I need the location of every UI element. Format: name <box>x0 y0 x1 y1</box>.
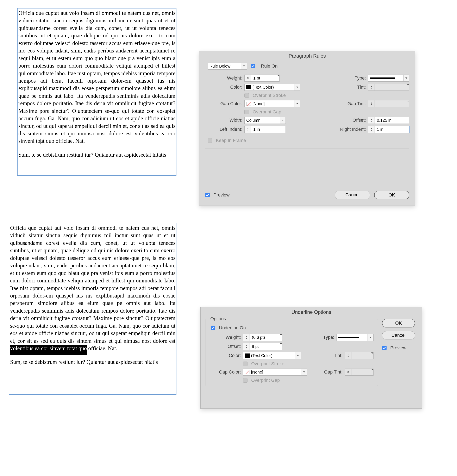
right-indent-value: 1 in <box>375 127 409 132</box>
stepper-arrows-icon <box>368 84 375 91</box>
text-frame-2[interactable]: Officia que cuptat aut volo ipsam di omm… <box>9 223 177 395</box>
rule-on-label: Rule On <box>261 63 278 69</box>
ok-button[interactable]: OK <box>382 319 415 327</box>
underline-on-label: Underline On <box>219 325 246 331</box>
cancel-button[interactable]: Cancel <box>335 191 370 199</box>
right-indent-label: Right Indent: <box>329 127 366 132</box>
stepper-arrows-icon <box>345 369 351 375</box>
chevron-down-icon <box>241 63 247 69</box>
preview-label: Preview <box>390 345 406 351</box>
chevron-down-icon <box>403 75 409 81</box>
offset-stepper[interactable]: 0.125 in <box>368 117 409 124</box>
color-swatch-black <box>246 85 251 89</box>
preview-label: Preview <box>213 192 229 198</box>
chevron-down-icon <box>368 334 373 341</box>
offset-stepper[interactable]: 9 pt <box>243 343 282 350</box>
color-swatch-black <box>245 354 250 358</box>
chevron-down-icon <box>280 117 286 124</box>
stepper-arrows-icon <box>368 100 375 107</box>
paragraph-2[interactable]: Sum, te se debistrum restiunt iur? Quian… <box>18 151 175 158</box>
color-select[interactable]: (Text Color) <box>245 84 300 91</box>
chevron-down-icon <box>371 354 373 357</box>
chevron-down-icon <box>301 369 307 375</box>
chevron-down-icon <box>294 100 300 107</box>
stroke-type-preview <box>338 337 359 338</box>
rule-position-select[interactable]: Rule Below <box>208 63 247 70</box>
gap-tint-stepper <box>368 100 409 107</box>
weight-stepper[interactable]: (0.6 pt) <box>243 334 282 341</box>
weight-value: (0.6 pt) <box>250 335 280 340</box>
gap-color-label: Gap Color: <box>205 101 242 106</box>
type-label: Type: <box>316 335 334 340</box>
paragraph-1[interactable]: Officia que cuptat aut volo ipsam di omm… <box>18 9 175 145</box>
stepper-arrows-icon <box>245 75 251 81</box>
offset-value: 0.125 in <box>375 118 409 123</box>
options-panel: Options Underline On Weight: (0.6 pt) Ty… <box>206 319 378 386</box>
weight-value: 1 pt <box>251 76 277 81</box>
stroke-type-preview <box>370 77 395 79</box>
para-text-tail: at quo officiae. Nat. <box>41 138 85 144</box>
overprint-stroke-label: Overprint Stroke <box>251 361 284 366</box>
tint-stepper[interactable] <box>345 352 373 359</box>
overprint-stroke-label: Overprint Stroke <box>253 93 286 98</box>
color-swatch-none <box>245 370 250 374</box>
width-value: Column <box>246 118 261 123</box>
underline-options-dialog: Underline Options Options Underline On W… <box>200 307 422 409</box>
gap-color-select[interactable]: [None] <box>245 100 300 107</box>
text-frame-1[interactable]: Officia que cuptat aut volo ipsam di omm… <box>17 8 177 176</box>
rule-position-value: Rule Below <box>210 64 230 68</box>
dialog-title: Paragraph Rules <box>199 51 415 63</box>
width-label: Width: <box>205 118 242 123</box>
offset-label: Offset: <box>337 118 366 123</box>
paragraph-2[interactable]: Sum, te se debistrum restiunt iur? Quian… <box>10 358 175 366</box>
paragraph-1[interactable]: Officia que cuptat aut volo ipsam di omm… <box>10 224 175 352</box>
rule-on-checkbox[interactable] <box>251 64 255 68</box>
selected-underlined-text[interactable]: volentibus ea cor sinveni totat quo <box>10 345 87 355</box>
overprint-stroke-checkbox <box>245 93 249 98</box>
keep-in-frame-checkbox <box>208 138 212 143</box>
ok-button[interactable]: OK <box>374 191 409 199</box>
chevron-down-icon <box>371 370 373 374</box>
tint-label: Tint: <box>343 85 366 90</box>
tint-stepper[interactable] <box>368 84 409 91</box>
stepper-arrows-icon <box>243 343 250 350</box>
gap-tint-stepper <box>345 369 373 376</box>
preview-checkbox[interactable] <box>382 346 387 350</box>
underline-on-checkbox[interactable] <box>211 326 215 330</box>
dialog-title: Underline Options <box>201 307 422 319</box>
gap-color-label: Gap Color: <box>210 369 241 375</box>
chevron-down-icon <box>295 352 301 359</box>
chevron-down-icon <box>280 336 282 339</box>
keep-in-frame-label: Keep In Frame <box>216 138 246 143</box>
options-panel-label: Options <box>209 316 228 322</box>
weight-stepper[interactable]: 1 pt <box>245 75 279 82</box>
paragraph-rule-below <box>62 146 132 146</box>
left-indent-stepper[interactable]: 1 in <box>245 126 286 133</box>
gap-tint-label: Gap Tint: <box>318 369 343 375</box>
cancel-button[interactable]: Cancel <box>382 331 415 340</box>
color-value: (Text Color) <box>251 353 272 358</box>
overprint-gap-label: Overprint Gap <box>251 378 280 383</box>
side-button-column: OK Cancel Preview <box>382 319 417 386</box>
type-label: Type: <box>343 76 366 81</box>
type-select[interactable] <box>368 75 409 82</box>
para-text: Officia que cuptat aut volo ipsam di omm… <box>18 10 175 144</box>
right-indent-stepper[interactable]: 1 in <box>368 126 409 133</box>
tint-label: Tint: <box>326 353 343 358</box>
gap-color-select[interactable]: [None] <box>243 369 307 376</box>
stepper-arrows-icon <box>245 126 251 133</box>
width-select[interactable]: Column <box>245 117 286 124</box>
color-label: Color: <box>205 85 242 90</box>
gap-color-value: [None] <box>253 102 265 106</box>
gap-tint-label: Gap Tint: <box>343 101 366 106</box>
stepper-arrows-icon <box>243 334 250 341</box>
color-select[interactable]: (Text Color) <box>243 352 301 359</box>
overprint-gap-label: Overprint Gap <box>253 109 281 115</box>
overprint-gap-checkbox <box>245 110 249 114</box>
type-select[interactable] <box>336 334 373 341</box>
preview-checkbox[interactable] <box>205 193 210 197</box>
stepper-arrows-icon <box>368 126 375 133</box>
offset-label: Offset: <box>210 344 241 349</box>
left-indent-label: Left Indent: <box>205 127 242 132</box>
chevron-down-icon <box>407 102 409 106</box>
